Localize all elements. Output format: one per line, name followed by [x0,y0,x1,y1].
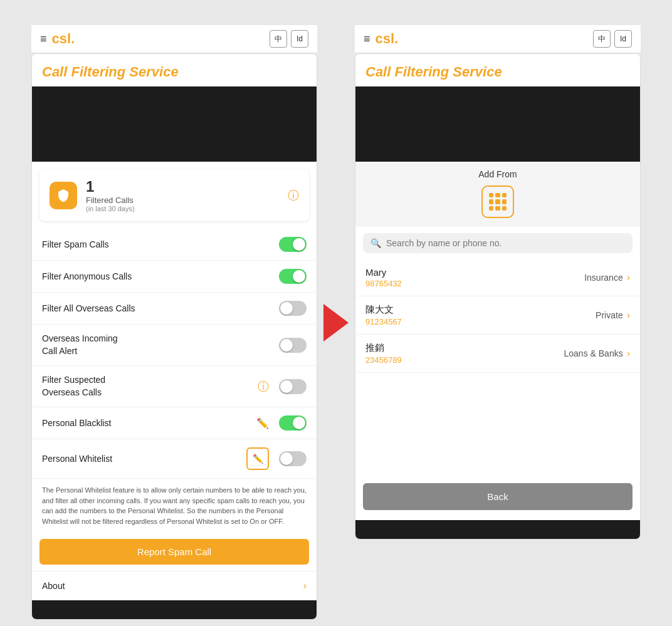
filtered-calls-label: Filtered Calls [86,196,279,205]
contact-list: Mary 98765432 Insurance › 陳大文 91234567 P… [355,259,640,373]
bottom-bar-left [32,600,317,619]
page-title-left: Call Filtering Service [32,54,317,86]
setting-blacklist-label: Personal Blacklist [42,418,251,428]
back-button[interactable]: Back [363,483,633,510]
setting-suspected-overseas: Filter SuspectedOverseas Calls ⓘ [32,366,317,407]
toggle-spam[interactable] [279,237,307,252]
setting-blacklist: Personal Blacklist ✏️ [32,407,317,439]
setting-anonymous-label: Filter Anonymous Calls [42,271,274,281]
lang-zh-button[interactable]: 中 [270,30,287,48]
about-row[interactable]: About › [32,571,317,600]
contact-number-mary: 98765432 [365,279,584,288]
contact-name-promo: 推銷 [365,342,564,354]
setting-whitelist: Personal Whitelist ✏️ [32,439,317,479]
search-input[interactable] [386,238,625,248]
contact-number-promo: 23456789 [365,355,564,365]
setting-overseas-alert: Overseas IncomingCall Alert [32,325,317,366]
search-bar: 🔍 [355,227,640,259]
contact-chevron-promo: › [627,348,630,359]
csl-logo: csl. [52,31,75,47]
spacer [355,373,640,473]
about-label: About [42,581,65,591]
contact-category-promo: Loans & Banks [564,348,623,358]
toggle-blacklist[interactable] [279,415,307,430]
bottom-bar-right [355,520,640,539]
contact-category-mary: Insurance [584,273,622,283]
setting-overseas-label: Filter All Overseas Calls [42,303,274,313]
contact-name-chen: 陳大文 [365,304,596,316]
setting-overseas-calls: Filter All Overseas Calls [32,293,317,325]
menu-icon-right[interactable]: ≡ [364,33,370,46]
contact-number-chen: 91234567 [365,317,596,326]
setting-suspected-label: Filter SuspectedOverseas Calls [42,374,253,399]
contact-item-chen[interactable]: 陳大文 91234567 Private › [355,296,640,335]
toggle-suspected[interactable] [279,379,307,394]
toggle-whitelist[interactable] [279,451,307,466]
add-from-title: Add From [365,169,630,179]
setting-spam-label: Filter Spam Calls [42,239,274,249]
setting-spam-calls: Filter Spam Calls [32,229,317,261]
contact-item-mary[interactable]: Mary 98765432 Insurance › [355,259,640,296]
filtered-calls-count: 1 [86,178,279,196]
hero-image-left [32,86,317,162]
suspected-info-icon[interactable]: ⓘ [258,379,269,394]
whitelist-info-text: The Personal Whitelist feature is to all… [32,479,317,533]
flow-arrow [317,304,355,342]
contact-category-chen: Private [596,310,623,320]
toggle-anonymous[interactable] [279,269,307,284]
lang-id-button[interactable]: Id [291,30,308,48]
toggle-overseas-alert[interactable] [279,338,307,353]
lang-zh-button-right[interactable]: 中 [593,30,611,48]
setting-whitelist-label: Personal Whitelist [42,454,241,464]
lang-id-button-right[interactable]: Id [614,30,632,48]
stats-card: 1 Filtered Calls (in last 30 days) ⓘ [39,169,309,221]
blacklist-edit-icon[interactable]: ✏️ [256,417,269,429]
stats-info-icon[interactable]: ⓘ [288,188,299,203]
toggle-overseas[interactable] [279,301,307,316]
hero-image-right [355,86,640,162]
contact-name-mary: Mary [365,267,584,278]
csl-logo-right: csl. [375,31,399,47]
add-from-section: Add From [355,162,640,227]
contacts-grid-icon[interactable] [481,185,514,218]
whitelist-edit-icon[interactable]: ✏️ [246,447,269,470]
contact-chevron-mary: › [627,272,630,283]
shield-icon [50,182,77,209]
setting-overseas-alert-label: Overseas IncomingCall Alert [42,333,274,357]
setting-anonymous-calls: Filter Anonymous Calls [32,261,317,293]
about-chevron-icon: › [303,580,307,592]
filtered-calls-period: (in last 30 days) [86,205,279,212]
search-icon: 🔍 [370,238,381,248]
page-title-right: Call Filtering Service [355,54,640,86]
contact-item-promo[interactable]: 推銷 23456789 Loans & Banks › [355,335,640,373]
menu-icon[interactable]: ≡ [40,33,47,46]
contact-chevron-chen: › [627,310,630,321]
settings-list: Filter Spam Calls Filter Anonymous Calls… [32,229,317,479]
report-spam-button[interactable]: Report Spam Call [39,539,309,565]
